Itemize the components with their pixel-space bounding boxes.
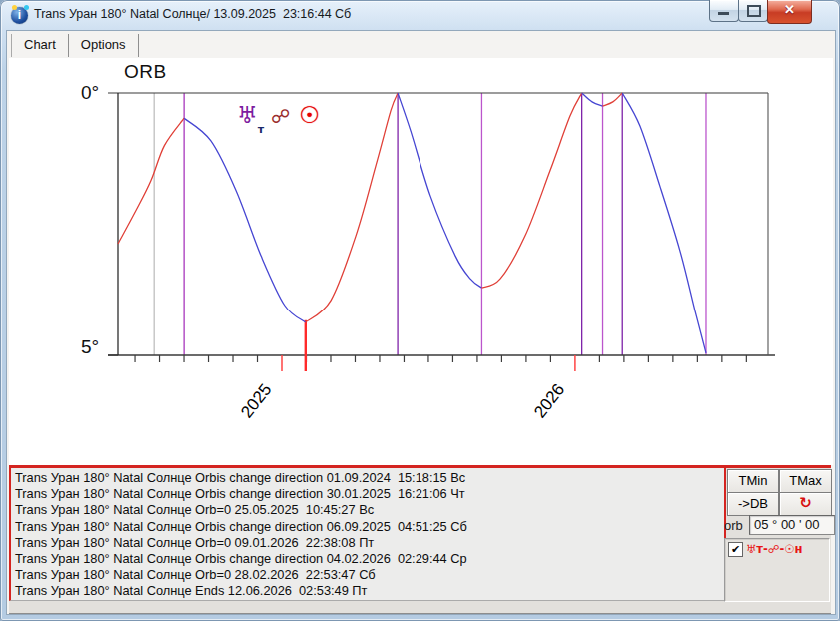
to-db-button[interactable]: ->DB <box>727 492 779 516</box>
log-line: Trans Уран 180° Natal Солнце Orb=0 09.01… <box>15 535 724 551</box>
tmax-button[interactable]: TMax <box>779 469 832 493</box>
y-axis-label-5deg: 5° <box>81 336 99 358</box>
log-line: Trans Уран 180° Natal Солнце Orb=0 28.02… <box>15 567 724 583</box>
chart-legend: ♅т ☍ ☉ <box>237 103 320 135</box>
orb-curve-separating <box>582 93 603 106</box>
tab-options[interactable]: Options <box>69 34 139 57</box>
y-axis-label-0deg: 0° <box>81 82 99 104</box>
minimize-icon <box>718 12 729 15</box>
orb-chart-plot: 20252026 <box>9 58 833 465</box>
orb-curve-applying <box>603 93 623 106</box>
orb-curve-separating <box>622 93 706 353</box>
log-line: Trans Уран 180° Natal Солнце Ends 12.06.… <box>15 583 724 599</box>
orb-chart: 20252026 ORB 0° 5° ♅т ☍ ☉ <box>9 58 833 465</box>
maximize-icon <box>747 5 761 17</box>
close-button[interactable]: ✕ <box>767 0 812 24</box>
opposition-aspect-icon: ☍ <box>271 103 290 129</box>
transit-uranus-icon: ♅т <box>237 103 264 132</box>
orb-value-field[interactable]: 05 ° 00 ' 00 <box>749 515 835 535</box>
app-icon-glyph: i <box>11 8 28 22</box>
x-axis-year-label: 2025 <box>237 380 275 422</box>
chart-title: ORB <box>124 61 167 83</box>
log-line: Trans Уран 180° Natal Солнце Orbis chang… <box>15 470 724 486</box>
orb-curve-separating <box>184 118 306 322</box>
orb-curve-applying <box>118 118 184 244</box>
client-area: Chart Options 20252026 ORB 0° 5° ♅т ☍ ☉ … <box>6 30 836 615</box>
x-axis-year-label: 2026 <box>530 380 568 422</box>
log-line: Trans Уран 180° Natal Солнце Orbis chang… <box>15 551 724 567</box>
log-line: Trans Уран 180° Natal Солнце Orbis chang… <box>15 486 724 502</box>
orb-curve-applying <box>481 93 581 288</box>
title-bar[interactable]: i Trans Уран 180° Natal Солнце/ 13.09.20… <box>0 0 840 30</box>
bottom-panel: Trans Уран 180° Natal Солнце Orbis chang… <box>9 465 831 614</box>
transit-subscript: т <box>258 123 264 136</box>
orb-label: orb <box>724 518 743 533</box>
window-title: Trans Уран 180° Natal Солнце/ 13.09.2025… <box>34 7 351 21</box>
event-log[interactable]: Trans Уран 180° Natal Солнце Orbis chang… <box>9 468 726 601</box>
log-line: Trans Уран 180° Natal Солнце Orbis chang… <box>15 519 724 535</box>
orb-curve-separating <box>398 93 481 288</box>
recalculate-button[interactable]: ↻ <box>779 492 832 516</box>
aspect-checkbox[interactable]: ✔ <box>728 542 743 557</box>
refresh-icon: ↻ <box>799 494 812 512</box>
minimize-button[interactable] <box>709 0 739 22</box>
close-icon: ✕ <box>768 2 811 17</box>
app-window: i Trans Уран 180° Natal Солнце/ 13.09.20… <box>0 0 840 621</box>
app-icon: i <box>11 7 28 24</box>
tab-bar: Chart Options <box>11 34 139 57</box>
log-line: Trans Уран 180° Natal Солнце Orb=0 25.05… <box>15 502 724 518</box>
aspect-formula-label: ♅т-☍-☉н <box>746 542 802 556</box>
natal-sun-icon: ☉ <box>299 103 320 127</box>
tab-chart[interactable]: Chart <box>12 34 69 57</box>
tmin-button[interactable]: TMin <box>727 469 779 493</box>
maximize-button[interactable] <box>738 0 768 22</box>
aspect-toggle-panel: ✔ ♅т-☍-☉н <box>724 538 830 602</box>
